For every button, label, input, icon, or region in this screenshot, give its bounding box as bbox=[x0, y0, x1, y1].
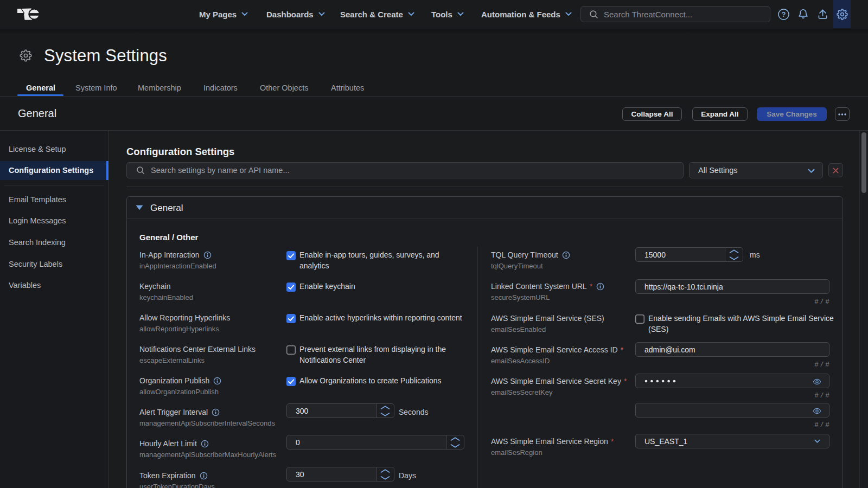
svg-text:?: ? bbox=[782, 10, 786, 18]
